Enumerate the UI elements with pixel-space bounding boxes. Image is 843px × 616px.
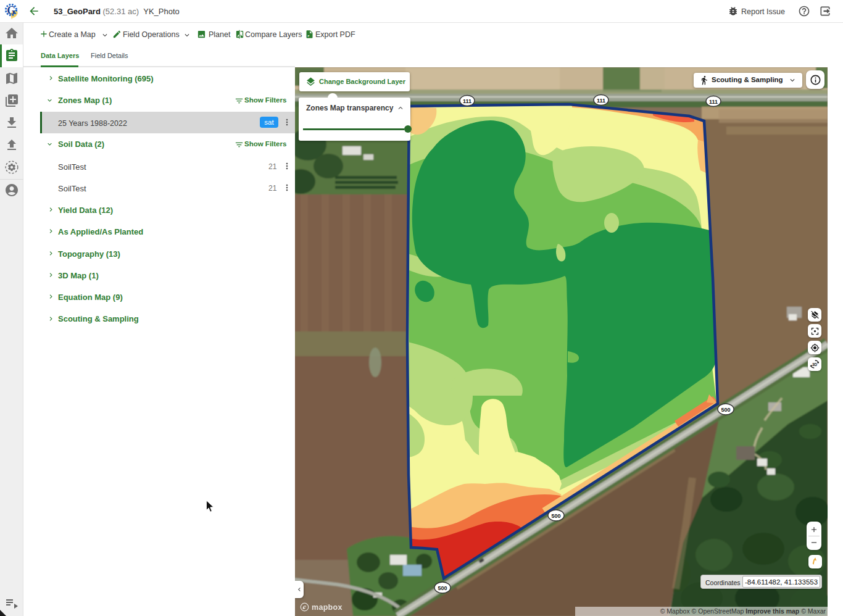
svg-text:G: G <box>7 4 15 17</box>
svg-text:500: 500 <box>438 585 447 591</box>
svg-text:500: 500 <box>551 513 560 519</box>
svg-text:500: 500 <box>721 407 730 413</box>
svg-text:111: 111 <box>709 99 718 105</box>
svg-text:111: 111 <box>463 98 471 104</box>
svg-text:3D: 3D <box>812 362 818 367</box>
svg-text:P: P <box>307 35 309 38</box>
svg-text:111: 111 <box>597 98 605 104</box>
